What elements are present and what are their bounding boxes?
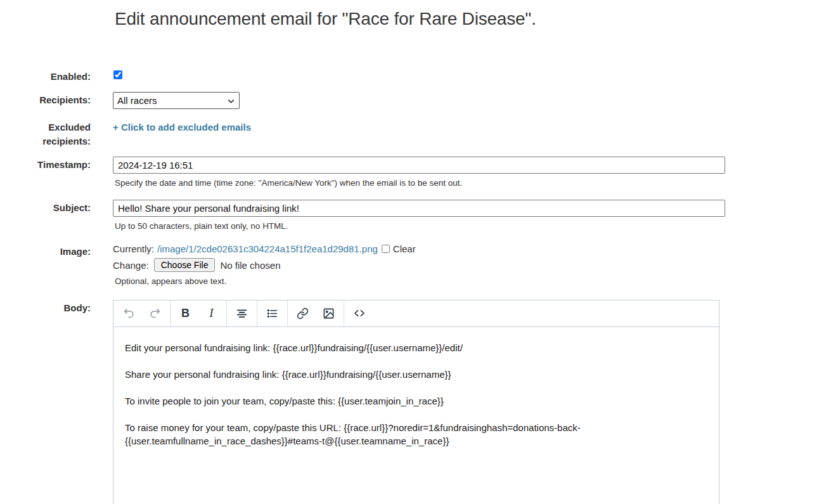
toolbar-separator bbox=[170, 300, 171, 326]
undo-button[interactable] bbox=[116, 300, 142, 326]
timestamp-input[interactable] bbox=[113, 157, 725, 174]
timestamp-help-text: Specify the date and time (time zone: "A… bbox=[115, 178, 826, 189]
code-view-button[interactable] bbox=[346, 300, 372, 326]
image-clear-label: Clear bbox=[393, 243, 416, 254]
code-icon bbox=[353, 307, 366, 320]
image-currently-label: Currently: bbox=[113, 243, 154, 254]
recipients-label: Recipients: bbox=[0, 92, 91, 107]
italic-button[interactable]: I bbox=[198, 300, 224, 326]
bullet-list-button[interactable] bbox=[259, 300, 285, 326]
link-icon bbox=[297, 307, 309, 320]
redo-icon bbox=[149, 307, 161, 320]
choose-file-button[interactable]: Choose File bbox=[154, 258, 216, 272]
toolbar-separator bbox=[226, 300, 227, 326]
insert-image-button[interactable] bbox=[316, 300, 342, 326]
form-row-image: Image: Currently: /image/1/2cde02631c304… bbox=[0, 243, 826, 287]
image-current-file-link[interactable]: /image/1/2cde02631c304224a15f1f2ea1d29d8… bbox=[157, 243, 378, 254]
bold-icon: B bbox=[181, 307, 190, 320]
toolbar-separator bbox=[257, 300, 257, 326]
subject-label: Subject: bbox=[0, 200, 91, 215]
timestamp-label: Timestamp: bbox=[0, 157, 91, 172]
enabled-label: Enabled: bbox=[0, 68, 91, 84]
form-row-enabled: Enabled: bbox=[0, 68, 826, 84]
page-title: Edit announcement email for "Race for Ra… bbox=[115, 9, 826, 29]
image-change-label: Change: bbox=[113, 260, 149, 271]
insert-link-button[interactable] bbox=[290, 300, 316, 326]
redo-button[interactable] bbox=[142, 300, 168, 326]
no-file-chosen-label: No file chosen bbox=[220, 260, 280, 271]
enabled-checkbox[interactable] bbox=[113, 70, 122, 79]
body-paragraph: To invite people to join your team, copy… bbox=[125, 394, 707, 408]
form-row-subject: Subject: Up to 50 characters, plain text… bbox=[0, 200, 826, 232]
image-current-line: Currently: /image/1/2cde02631c304224a15f… bbox=[113, 243, 826, 254]
align-center-button[interactable] bbox=[229, 300, 255, 326]
body-rich-text-editor: B I bbox=[113, 300, 720, 504]
form-row-recipients: Recipients: All racers bbox=[0, 92, 826, 109]
toolbar-separator bbox=[344, 300, 344, 326]
add-excluded-emails-link[interactable]: + Click to add excluded emails bbox=[113, 119, 251, 132]
italic-icon: I bbox=[209, 306, 213, 320]
align-center-icon bbox=[236, 307, 248, 320]
subject-help-text: Up to 50 characters, plain text only, no… bbox=[115, 221, 826, 232]
image-change-line: Change: Choose File No file chosen bbox=[113, 258, 826, 272]
excluded-recipients-label: Excluded recipients: bbox=[0, 119, 91, 148]
recipients-select[interactable]: All racers bbox=[113, 92, 240, 109]
body-paragraph: To raise money for your team, copy/paste… bbox=[125, 421, 707, 448]
image-icon bbox=[323, 307, 335, 320]
form-row-excluded-recipients: Excluded recipients: + Click to add excl… bbox=[0, 119, 826, 148]
form-row-body: Body: B I bbox=[0, 300, 826, 504]
image-help-text: Optional, appears above text. bbox=[115, 276, 826, 287]
image-clear-checkbox[interactable] bbox=[382, 245, 390, 253]
editor-toolbar: B I bbox=[113, 300, 719, 327]
bullet-list-icon bbox=[266, 307, 278, 320]
bold-button[interactable]: B bbox=[172, 300, 198, 326]
body-editor-content[interactable]: Edit your personal fundraising link: {{r… bbox=[113, 327, 719, 475]
body-paragraph: Edit your personal fundraising link: {{r… bbox=[125, 341, 707, 354]
form-row-timestamp: Timestamp: Specify the date and time (ti… bbox=[0, 157, 826, 189]
image-label: Image: bbox=[0, 243, 91, 259]
announcement-email-form: Enabled: Recipients: All racers Excluded… bbox=[0, 68, 826, 504]
undo-icon bbox=[123, 307, 135, 320]
subject-input[interactable] bbox=[113, 200, 725, 217]
body-paragraph: Share your personal fundraising link: {{… bbox=[125, 368, 707, 381]
body-label: Body: bbox=[0, 300, 91, 315]
toolbar-separator bbox=[287, 300, 288, 326]
